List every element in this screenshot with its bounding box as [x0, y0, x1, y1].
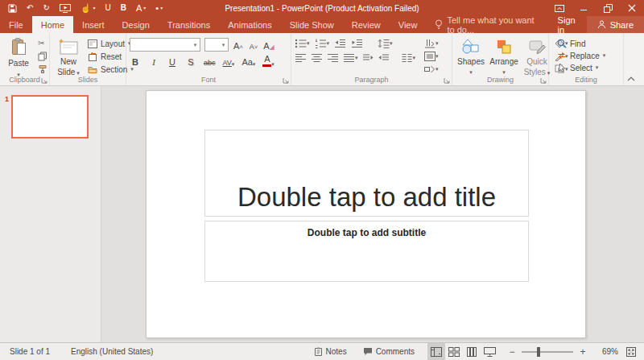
select-button[interactable]: Select	[555, 63, 607, 72]
collapse-ribbon-icon[interactable]	[627, 77, 635, 81]
section-label: Section	[101, 65, 127, 74]
align-right-button[interactable]	[327, 52, 339, 64]
save-icon[interactable]	[8, 4, 17, 13]
clipboard-dialog-launcher-icon[interactable]	[41, 77, 47, 84]
align-left-button[interactable]	[295, 52, 307, 64]
tab-design[interactable]: Design	[114, 16, 159, 33]
copy-button[interactable]	[36, 51, 49, 62]
zoom-out-button[interactable]: −	[508, 346, 516, 358]
text-direction-button[interactable]	[424, 38, 439, 49]
group-slides: New Slide Layout Reset Section Slides	[50, 33, 126, 85]
font-dialog-launcher-icon[interactable]	[283, 77, 289, 84]
zoom-in-button[interactable]: +	[579, 346, 587, 358]
justify-button[interactable]	[343, 52, 358, 64]
grow-font-button[interactable]: A˄	[233, 39, 244, 51]
left-to-right-text-button[interactable]	[362, 52, 374, 64]
subtitle-placeholder[interactable]: Double tap to add subtitle	[204, 221, 529, 282]
title-placeholder[interactable]: Double tap to add title	[204, 130, 529, 217]
shrink-font-button[interactable]: A˅	[248, 39, 259, 51]
language-indicator[interactable]: English (United States)	[71, 347, 153, 356]
font-qat-icon[interactable]: A▾	[136, 4, 146, 13]
format-painter-button[interactable]	[36, 64, 49, 75]
paragraph-dialog-launcher-icon[interactable]	[444, 77, 450, 84]
bullets-button[interactable]	[295, 38, 310, 49]
bold-qat-icon[interactable]: B	[121, 4, 126, 12]
convert-to-smartart-button[interactable]	[424, 64, 439, 75]
underline-button[interactable]: U	[167, 55, 178, 67]
slide-thumbnail-number: 1	[5, 95, 9, 103]
font-name-caret-icon: ▾	[191, 39, 200, 51]
tell-me-box[interactable]: Tell me what you want to do...	[426, 16, 546, 33]
tab-transitions[interactable]: Transitions	[159, 16, 219, 33]
columns-button[interactable]	[401, 52, 416, 64]
arrange-button[interactable]: Arrange	[489, 35, 519, 75]
bold-button[interactable]: B	[130, 55, 141, 67]
group-font: ▾ ▾ A˄ A˅ A◢ B I U S abc AV Aa A Font	[126, 33, 291, 85]
slide-show-view-button[interactable]	[481, 343, 498, 360]
line-spacing-button[interactable]	[378, 38, 393, 49]
underline-qat-icon[interactable]: U	[105, 4, 111, 12]
tab-insert[interactable]: Insert	[73, 16, 114, 33]
font-group-label: Font	[126, 75, 291, 85]
font-color-button[interactable]: A	[262, 55, 275, 67]
title-bar: ↶ ↻ ☝▾ U B A▾ •▾ Presentation1 - PowerPo…	[0, 0, 644, 16]
italic-button[interactable]: I	[148, 55, 159, 67]
comments-button[interactable]: Comments	[355, 343, 423, 360]
new-slide-button[interactable]: New Slide	[53, 35, 84, 75]
zoom-slider[interactable]	[522, 351, 573, 353]
change-case-button[interactable]: Aa	[242, 55, 255, 67]
replace-button[interactable]: Replace	[555, 51, 607, 60]
ribbon-display-options-icon[interactable]	[547, 0, 572, 16]
format-painter-icon	[38, 64, 47, 74]
tab-file[interactable]: File	[0, 16, 32, 33]
zoom-slider-thumb[interactable]	[537, 347, 540, 357]
close-icon[interactable]	[620, 0, 644, 16]
tab-slide-show[interactable]: Slide Show	[281, 16, 343, 33]
tab-home[interactable]: Home	[32, 16, 73, 33]
paste-clipboard-icon	[10, 38, 27, 57]
font-controls: ▾ ▾ A˄ A˅ A◢ B I U S abc AV Aa A	[130, 35, 275, 75]
start-from-beginning-icon[interactable]	[60, 4, 71, 13]
numbering-button[interactable]	[315, 38, 330, 49]
tab-view[interactable]: View	[390, 16, 427, 33]
paragraph-group-label: Paragraph	[291, 75, 452, 85]
bullets-qat-icon[interactable]: •▾	[155, 4, 163, 13]
undo-icon[interactable]: ↶	[27, 4, 33, 12]
font-size-combobox[interactable]: ▾	[204, 38, 229, 52]
decrease-indent-button[interactable]	[334, 38, 346, 49]
character-spacing-button[interactable]: AV	[223, 55, 235, 67]
arrange-label: Arrange	[489, 57, 518, 77]
sign-in-button[interactable]: Sign in	[547, 16, 587, 33]
right-to-left-text-button[interactable]	[378, 52, 390, 64]
align-center-button[interactable]	[311, 52, 323, 64]
select-label: Select	[570, 64, 592, 72]
slide-thumbnail[interactable]	[11, 95, 89, 139]
quick-styles-button[interactable]: Quick Styles	[522, 35, 552, 75]
increase-indent-button[interactable]	[351, 38, 363, 49]
font-name-combobox[interactable]: ▾	[130, 38, 200, 52]
slide-indicator: Slide 1 of 1	[10, 347, 50, 356]
minimize-icon[interactable]	[572, 0, 596, 16]
shapes-button[interactable]: Shapes	[456, 35, 486, 75]
slide-sorter-view-button[interactable]	[445, 343, 463, 360]
share-button[interactable]: Share	[587, 16, 644, 33]
tab-animations[interactable]: Animations	[219, 16, 280, 33]
paste-button[interactable]: Paste	[3, 35, 34, 75]
text-shadow-button[interactable]: S	[185, 55, 196, 67]
zoom-level[interactable]: 69%	[596, 347, 618, 356]
find-button[interactable]: Find	[555, 39, 607, 48]
restore-icon[interactable]	[596, 0, 620, 16]
drawing-dialog-launcher-icon[interactable]	[540, 77, 547, 84]
redo-icon[interactable]: ↻	[43, 4, 49, 12]
strikethrough-button[interactable]: abc	[204, 55, 216, 67]
clear-formatting-button[interactable]: A◢	[263, 39, 275, 51]
fit-slide-to-window-button[interactable]	[626, 347, 636, 357]
reading-view-button[interactable]	[463, 343, 481, 360]
normal-view-button[interactable]	[427, 343, 445, 360]
touch-mouse-mode-icon[interactable]: ☝▾	[80, 4, 96, 13]
tab-review[interactable]: Review	[343, 16, 390, 33]
notes-button[interactable]: Notes	[306, 343, 355, 360]
window-controls	[547, 0, 644, 16]
align-text-button[interactable]	[424, 51, 439, 62]
cut-button[interactable]: ✂	[36, 38, 49, 49]
